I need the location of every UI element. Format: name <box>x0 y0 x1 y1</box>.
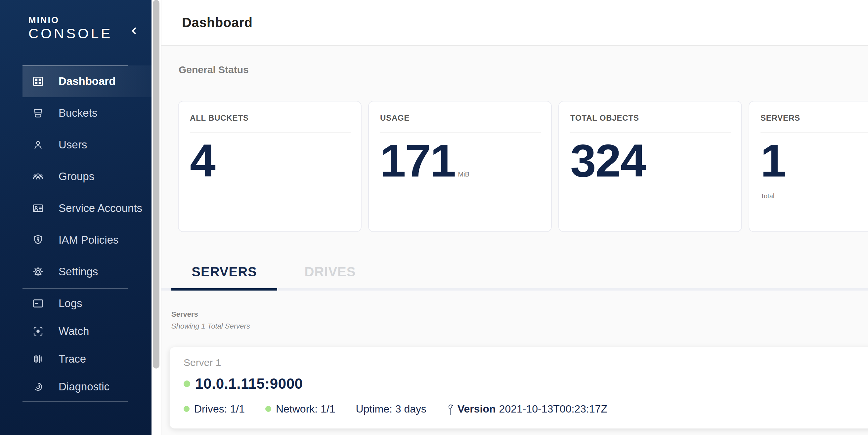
dashboard-content: General Status ALL BUCKETS 4 USAGE 171 M… <box>161 45 868 435</box>
general-status-title: General Status <box>179 63 868 76</box>
sidebar: MINIO CONSOLE Dashboard Buckets Users Gr… <box>0 0 152 435</box>
network-status-dot <box>265 406 271 412</box>
sidebar-item-label: Users <box>59 138 87 151</box>
status-card-divider <box>380 132 541 133</box>
main-area: Dashboard General Status ALL BUCKETS 4 U… <box>161 0 868 435</box>
settings-icon <box>32 266 44 278</box>
servers-list-subtitle: Showing 1 Total Servers <box>172 322 868 331</box>
sidebar-divider <box>23 288 128 289</box>
tabs: SERVERS DRIVES <box>172 255 868 291</box>
trace-icon <box>32 353 44 365</box>
diagnostic-icon <box>32 381 44 393</box>
sidebar-item-label: Settings <box>59 265 98 278</box>
status-card-unit: MiB <box>458 171 469 178</box>
servers-list-title: Servers <box>172 310 868 319</box>
status-cards: ALL BUCKETS 4 USAGE 171 MiB TOTAL OBJECT… <box>178 101 868 232</box>
sidebar-header: MINIO CONSOLE <box>0 0 152 42</box>
sidebar-item-logs[interactable]: Logs <box>23 290 152 317</box>
sidebar-item-groups[interactable]: Groups <box>23 161 152 192</box>
iam-policies-icon <box>32 234 44 246</box>
status-card-divider <box>570 132 731 133</box>
chevron-left-icon <box>128 25 140 36</box>
server-uptime-label: Uptime: 3 days <box>356 403 426 415</box>
sidebar-item-settings[interactable]: Settings <box>23 256 152 288</box>
sidebar-item-label: Watch <box>59 325 89 337</box>
status-card-value: 4 <box>190 137 215 184</box>
minio-bird-icon <box>447 402 454 416</box>
status-online-dot <box>184 380 190 387</box>
sidebar-item-label: IAM Policies <box>59 234 119 246</box>
server-card: Server 1 10.0.1.115:9000 Drives: 1/1 Net… <box>169 347 868 429</box>
sidebar-item-trace[interactable]: Trace <box>23 345 152 373</box>
drives-status-dot <box>184 406 190 412</box>
main-scrollbar-thumb[interactable] <box>153 0 159 369</box>
sidebar-item-label: Groups <box>59 170 94 183</box>
server-network-label: Network: 1/1 <box>276 403 335 415</box>
tab-servers[interactable]: SERVERS <box>172 255 277 288</box>
sidebar-item-label: Logs <box>59 297 82 310</box>
watch-icon <box>32 325 44 337</box>
sidebar-item-label: Trace <box>59 353 86 365</box>
status-card-sublabel: Total <box>761 192 868 200</box>
server-version-value: 2021-10-13T00:23:17Z <box>499 403 607 415</box>
logo-minio-text: MINIO <box>28 16 113 25</box>
server-name: Server 1 <box>184 356 868 369</box>
logo-console-text: CONSOLE <box>28 26 113 42</box>
server-version-stat: Version 2021-10-13T00:23:17Z <box>447 402 607 416</box>
server-drives-label: Drives: 1/1 <box>194 403 245 415</box>
sidebar-item-watch[interactable]: Watch <box>23 317 152 345</box>
status-card-value: 1 <box>761 137 786 184</box>
minio-logo: MINIO CONSOLE <box>28 16 113 42</box>
groups-icon <box>32 171 44 182</box>
page-header: Dashboard <box>161 0 868 45</box>
buckets-icon <box>32 107 44 119</box>
tab-label: SERVERS <box>191 264 257 279</box>
sidebar-item-iam-policies[interactable]: IAM Policies <box>23 224 152 256</box>
main-scrollbar[interactable] <box>152 0 161 435</box>
sidebar-nav: Dashboard Buckets Users Groups Service A… <box>0 65 152 402</box>
server-endpoint: 10.0.1.115:9000 <box>195 375 303 392</box>
sidebar-item-buckets[interactable]: Buckets <box>23 97 152 129</box>
server-network-stat: Network: 1/1 <box>265 403 335 415</box>
status-card-divider <box>761 132 868 133</box>
status-card-sublabel <box>190 192 361 200</box>
status-card-total-objects: TOTAL OBJECTS 324 <box>558 101 742 232</box>
sidebar-item-diagnostic[interactable]: Diagnostic <box>23 373 152 401</box>
status-card-title: ALL BUCKETS <box>190 113 361 123</box>
status-card-usage: USAGE 171 MiB <box>368 101 552 232</box>
servers-list-header: Servers Showing 1 Total Servers <box>172 310 868 331</box>
status-card-title: SERVERS <box>761 113 868 123</box>
page-title: Dashboard <box>182 15 252 30</box>
sidebar-item-label: Service Accounts <box>59 202 142 214</box>
app-window: MINIO CONSOLE Dashboard Buckets Users Gr… <box>0 0 868 435</box>
tab-label: DRIVES <box>305 264 356 279</box>
sidebar-item-dashboard[interactable]: Dashboard <box>23 65 152 97</box>
status-card-all-buckets: ALL BUCKETS 4 <box>178 101 362 232</box>
status-card-servers: SERVERS 1 Total <box>749 101 868 232</box>
sidebar-divider <box>23 401 128 402</box>
status-card-sublabel <box>570 192 741 200</box>
sidebar-item-label: Diagnostic <box>59 380 110 393</box>
users-icon <box>32 139 44 151</box>
tab-drives[interactable]: DRIVES <box>277 255 383 288</box>
dashboard-icon <box>32 75 44 87</box>
sidebar-item-users[interactable]: Users <box>23 129 152 161</box>
sidebar-collapse-button[interactable] <box>128 25 140 36</box>
status-card-title: TOTAL OBJECTS <box>570 113 741 123</box>
status-card-value: 171 <box>380 137 456 184</box>
server-uptime-stat: Uptime: 3 days <box>356 403 426 415</box>
server-version-label: Version <box>458 403 496 415</box>
status-card-title: USAGE <box>380 113 551 123</box>
server-drives-stat: Drives: 1/1 <box>184 403 245 415</box>
server-endpoint-row: 10.0.1.115:9000 <box>184 374 868 393</box>
server-stats-row: Drives: 1/1 Network: 1/1 Uptime: 3 days <box>184 402 868 416</box>
sidebar-item-label: Buckets <box>59 107 97 119</box>
status-card-divider <box>190 132 351 133</box>
sidebar-item-label: Dashboard <box>59 75 116 88</box>
sidebar-item-service-accounts[interactable]: Service Accounts <box>23 192 152 224</box>
tabs-row: SERVERS DRIVES <box>172 255 868 288</box>
status-card-sublabel <box>380 192 551 200</box>
status-card-value: 324 <box>570 137 646 184</box>
service-accounts-icon <box>32 202 44 214</box>
logs-icon <box>32 298 44 309</box>
